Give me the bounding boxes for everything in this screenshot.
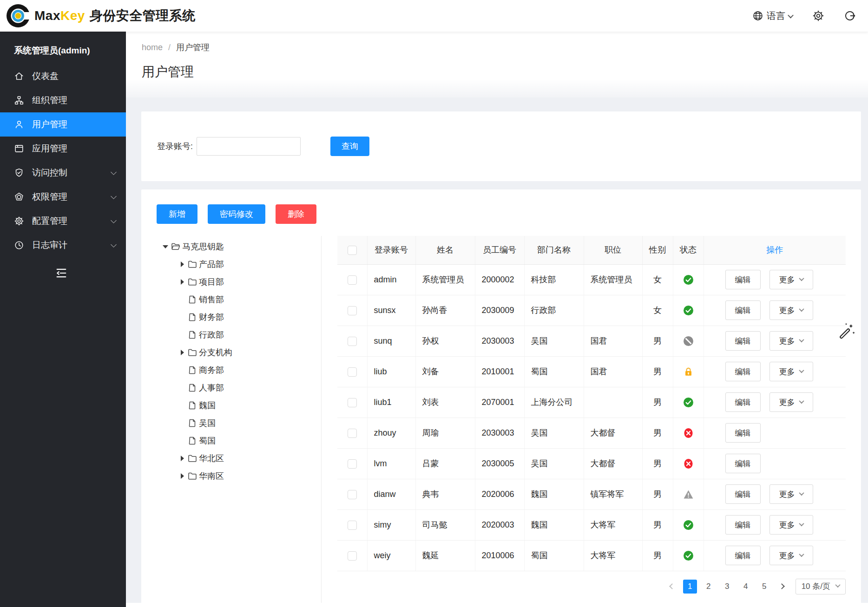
- sidebar-collapse-button[interactable]: [55, 267, 68, 280]
- sidebar-item-config[interactable]: 配置管理: [0, 209, 126, 233]
- cell-status: [673, 356, 704, 387]
- row-checkbox[interactable]: [348, 367, 357, 377]
- home-icon: [14, 71, 24, 81]
- row-checkbox[interactable]: [348, 429, 357, 438]
- tree-node[interactable]: 项目部: [158, 273, 321, 291]
- cell-department: 吴国: [524, 326, 584, 356]
- row-checkbox[interactable]: [348, 521, 357, 530]
- breadcrumb-home-link[interactable]: home: [142, 43, 163, 52]
- menu-fold-icon: [55, 267, 68, 280]
- caret-icon[interactable]: [160, 245, 171, 248]
- page-4-button[interactable]: 4: [739, 580, 753, 594]
- tree-node[interactable]: 销售部: [158, 291, 321, 308]
- logout-button[interactable]: [844, 10, 856, 22]
- edit-button[interactable]: 编辑: [725, 423, 761, 443]
- cell-department: 行政部: [524, 295, 584, 326]
- more-button[interactable]: 更多: [769, 515, 813, 535]
- header-checkbox-cell: [337, 236, 367, 264]
- chevron-down-icon: [799, 275, 804, 281]
- page-1-button[interactable]: 1: [683, 580, 697, 594]
- app-header: MaxKey身份安全管理系统 语言: [0, 0, 868, 32]
- table-row: liub1 刘表 2070001 上海分公司 男 编辑 更多: [337, 387, 846, 418]
- tree-node[interactable]: 行政部: [158, 326, 321, 344]
- more-button[interactable]: 更多: [769, 362, 813, 381]
- prev-page-button[interactable]: [666, 580, 678, 594]
- language-button[interactable]: 语言: [752, 10, 793, 22]
- edit-button[interactable]: 编辑: [725, 454, 761, 473]
- edit-button[interactable]: 编辑: [725, 392, 761, 412]
- col-login-account: 登录账号: [367, 236, 415, 264]
- settings-button[interactable]: [812, 10, 824, 22]
- edit-button[interactable]: 编辑: [725, 331, 761, 351]
- cell-login-account: lvm: [367, 448, 415, 479]
- sidebar-item-apps[interactable]: 应用管理: [0, 137, 126, 161]
- tree-node[interactable]: 华北区: [158, 450, 321, 467]
- edit-button[interactable]: 编辑: [725, 270, 761, 289]
- cell-position: 国君: [584, 326, 642, 356]
- add-button[interactable]: 新增: [157, 204, 197, 224]
- sidebar-item-audit[interactable]: 日志审计: [0, 233, 126, 257]
- cell-position: 大都督: [584, 448, 642, 479]
- chevron-down-icon: [799, 398, 804, 403]
- query-button[interactable]: 查询: [330, 137, 369, 156]
- tree-node[interactable]: 财务部: [158, 308, 321, 326]
- tree-node[interactable]: 马克思钥匙: [158, 238, 321, 255]
- status-active-icon: [683, 550, 694, 561]
- col-actions: 操作: [704, 236, 846, 264]
- page-5-button[interactable]: 5: [757, 580, 771, 594]
- sidebar-item-permissions[interactable]: 权限管理: [0, 185, 126, 209]
- delete-button[interactable]: 删除: [276, 204, 316, 224]
- row-checkbox[interactable]: [348, 275, 357, 285]
- row-checkbox[interactable]: [348, 306, 357, 315]
- select-all-checkbox[interactable]: [348, 246, 357, 255]
- tree-node[interactable]: 华南区: [158, 467, 321, 485]
- more-button[interactable]: 更多: [769, 546, 813, 565]
- more-button[interactable]: 更多: [769, 331, 813, 351]
- caret-icon[interactable]: [177, 261, 188, 267]
- cell-position: 系统管理员: [584, 264, 642, 295]
- edit-button[interactable]: 编辑: [725, 484, 761, 504]
- sidebar-item-users[interactable]: 用户管理: [0, 112, 126, 137]
- tree-node[interactable]: 蜀国: [158, 432, 321, 450]
- caret-icon[interactable]: [177, 456, 188, 461]
- more-button[interactable]: 更多: [769, 300, 813, 320]
- cell-gender: 女: [642, 295, 673, 326]
- page-3-button[interactable]: 3: [720, 580, 734, 594]
- row-checkbox[interactable]: [348, 459, 357, 469]
- next-page-button[interactable]: [776, 580, 788, 594]
- sidebar-item-dashboard[interactable]: 仪表盘: [0, 64, 126, 88]
- row-checkbox[interactable]: [348, 398, 357, 407]
- sidebar-item-org[interactable]: 组织管理: [0, 88, 126, 112]
- edit-button[interactable]: 编辑: [725, 515, 761, 535]
- row-checkbox[interactable]: [348, 490, 357, 499]
- tree-node[interactable]: 商务部: [158, 361, 321, 379]
- page-size-select[interactable]: 10 条/页: [796, 579, 846, 594]
- cell-gender: 男: [642, 479, 673, 509]
- tree-node[interactable]: 魏国: [158, 397, 321, 414]
- cell-department: 蜀国: [524, 540, 584, 571]
- page-2-button[interactable]: 2: [702, 580, 716, 594]
- change-password-button[interactable]: 密码修改: [208, 204, 265, 224]
- sidebar-item-access[interactable]: 访问控制: [0, 161, 126, 185]
- cell-status: [673, 264, 704, 295]
- tree-node[interactable]: 吴国: [158, 414, 321, 432]
- edit-button[interactable]: 编辑: [725, 362, 761, 381]
- edit-button[interactable]: 编辑: [725, 546, 761, 565]
- cell-employee-id: 2020006: [475, 479, 524, 509]
- tree-node[interactable]: 产品部: [158, 255, 321, 273]
- tree-node[interactable]: 人事部: [158, 379, 321, 397]
- more-button[interactable]: 更多: [769, 270, 813, 289]
- login-account-input[interactable]: [197, 137, 301, 156]
- folder-icon: [188, 260, 197, 269]
- caret-icon[interactable]: [177, 350, 188, 355]
- more-button[interactable]: 更多: [769, 484, 813, 504]
- more-button[interactable]: 更多: [769, 392, 813, 412]
- tree-node[interactable]: 分支机构: [158, 344, 321, 361]
- caret-icon[interactable]: [177, 473, 188, 479]
- row-checkbox[interactable]: [348, 551, 357, 561]
- edit-button[interactable]: 编辑: [725, 300, 761, 320]
- login-account-label: 登录账号:: [157, 141, 193, 152]
- folder-open-icon: [171, 242, 180, 251]
- caret-icon[interactable]: [177, 279, 188, 285]
- row-checkbox[interactable]: [348, 337, 357, 346]
